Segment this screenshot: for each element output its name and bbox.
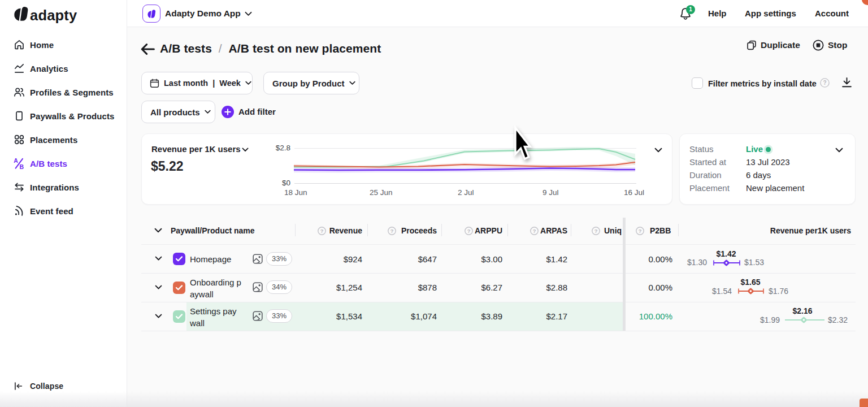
svg-text:?: ? — [639, 228, 642, 234]
svg-text:?: ? — [533, 228, 536, 234]
svg-text:A: A — [14, 158, 18, 164]
svg-text:?: ? — [594, 228, 598, 234]
svg-text:?: ? — [467, 228, 471, 234]
svg-text:?: ? — [390, 228, 394, 234]
svg-text:adapty: adapty — [30, 7, 77, 23]
svg-text:?: ? — [823, 80, 826, 86]
svg-text:?: ? — [320, 228, 324, 234]
svg-text:B: B — [20, 163, 24, 169]
